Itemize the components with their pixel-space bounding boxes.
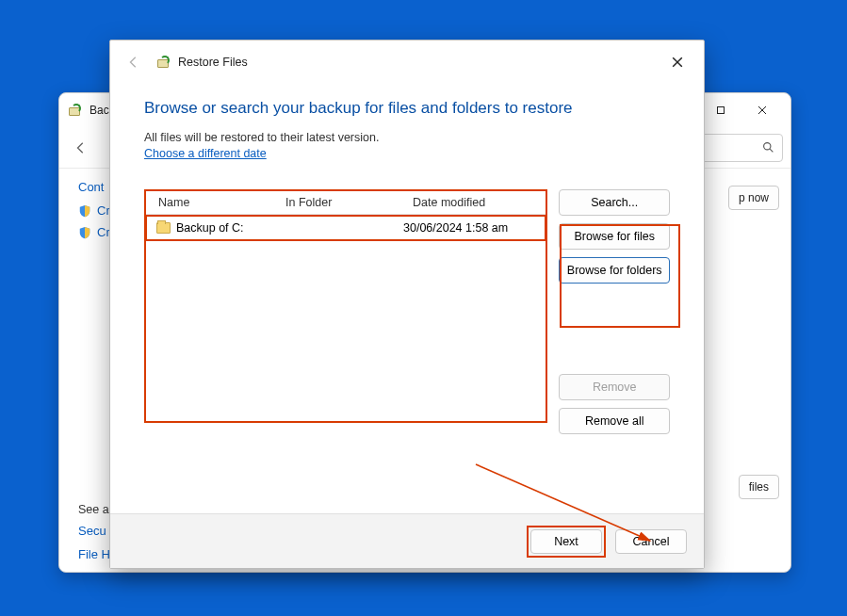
dialog-titlebar: Restore Files <box>110 41 704 84</box>
cancel-button[interactable]: Cancel <box>615 529 687 554</box>
annotation-box-next: Next <box>527 526 606 558</box>
remove-button: Remove <box>559 374 670 400</box>
table-header: Name In Folder Date modified <box>145 190 546 215</box>
remove-all-button[interactable]: Remove all <box>559 408 670 434</box>
next-button[interactable]: Next <box>530 529 602 554</box>
backup-app-icon <box>67 103 82 118</box>
search-button[interactable]: Search... <box>559 189 670 216</box>
browse-folders-button[interactable]: Browse for folders <box>559 257 670 284</box>
col-date-modified[interactable]: Date modified <box>399 196 546 209</box>
svg-line-5 <box>770 149 773 152</box>
maximize-button[interactable] <box>700 96 741 124</box>
nav-back-button[interactable] <box>67 134 95 162</box>
restore-files-button[interactable]: files <box>739 475 779 499</box>
restore-icon <box>155 55 171 70</box>
row-name: Backup of C: <box>176 221 244 235</box>
dialog-back-button[interactable] <box>120 48 148 76</box>
restore-files-dialog: Restore Files Browse or search your back… <box>109 40 705 569</box>
choose-date-link[interactable]: Choose a different date <box>144 147 267 160</box>
search-icon <box>762 141 774 154</box>
table-row[interactable]: Backup of C: 30/06/2024 1:58 am <box>145 215 546 241</box>
close-icon <box>672 57 683 68</box>
dialog-heading: Browse or search your backup for files a… <box>144 99 670 118</box>
svg-point-4 <box>764 143 771 150</box>
dialog-footer: Next Cancel <box>110 513 704 568</box>
svg-rect-1 <box>718 107 725 114</box>
dialog-close-button[interactable] <box>657 48 698 76</box>
shield-icon <box>78 204 91 218</box>
file-list-table[interactable]: Name In Folder Date modified Backup of C… <box>144 189 547 423</box>
backup-now-button[interactable]: p now <box>728 186 779 210</box>
folder-icon <box>156 222 171 234</box>
col-name[interactable]: Name <box>145 196 272 209</box>
row-date: 30/06/2024 1:58 am <box>401 221 545 235</box>
close-button[interactable] <box>741 96 783 124</box>
col-in-folder[interactable]: In Folder <box>272 196 399 209</box>
browse-files-button[interactable]: Browse for files <box>559 223 670 250</box>
shield-icon <box>78 226 91 239</box>
dialog-subtext: All files will be restored to their late… <box>144 131 670 144</box>
dialog-title: Restore Files <box>178 56 248 69</box>
